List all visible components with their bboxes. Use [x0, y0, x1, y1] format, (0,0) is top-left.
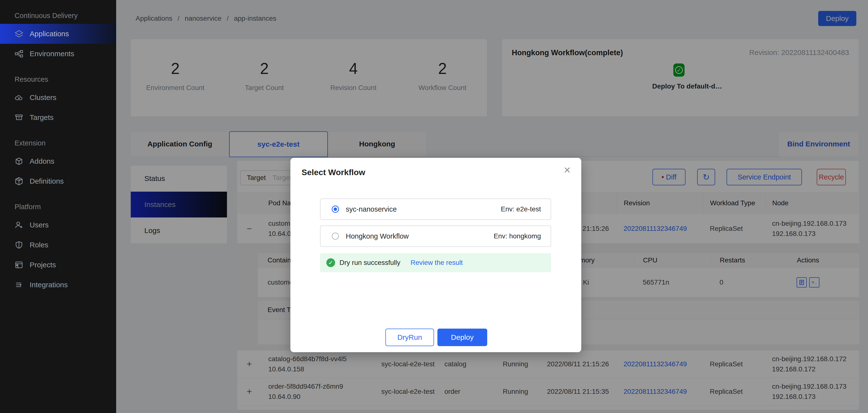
dryrun-success-banner: ✓ Dry run successfully Review the result — [320, 253, 551, 272]
sidebar: Continuous Delivery Applications Environ… — [0, 0, 116, 413]
sidebar-item-roles[interactable]: Roles — [0, 235, 116, 255]
sidebar-item-integrations[interactable]: Integrations — [0, 275, 116, 295]
workflow-option-label: Hongkong Workflow — [346, 232, 409, 240]
check-circle-icon: ✓ — [327, 258, 335, 267]
radio-checked-icon[interactable] — [332, 206, 339, 213]
sidebar-item-applications[interactable]: Applications — [0, 24, 116, 44]
window-icon — [14, 261, 23, 269]
sidebar-item-label: Environments — [30, 50, 74, 58]
modal-deploy-button[interactable]: Deploy — [437, 329, 487, 346]
sidebar-item-label: Applications — [30, 30, 69, 38]
sidebar-section-extension: Extension — [0, 139, 116, 147]
user-icon — [14, 220, 23, 229]
sidebar-item-label: Projects — [30, 261, 56, 269]
sidebar-item-label: Integrations — [30, 281, 68, 289]
sidebar-item-users[interactable]: Users — [0, 215, 116, 235]
shield-icon — [14, 241, 23, 249]
workflow-option-env: Env: e2e-test — [501, 205, 541, 213]
review-result-link[interactable]: Review the result — [411, 259, 463, 267]
archive-icon — [14, 113, 23, 122]
sidebar-item-targets[interactable]: Targets — [0, 108, 116, 127]
sidebar-item-addons[interactable]: Addons — [0, 151, 116, 171]
dryrun-button[interactable]: DryRun — [385, 329, 434, 346]
workflow-option-syc-nanoservice[interactable]: syc-nanoservice Env: e2e-test — [320, 199, 551, 220]
sidebar-item-label: Users — [30, 221, 49, 229]
layers-icon — [14, 29, 23, 38]
sidebar-item-projects[interactable]: Projects — [0, 255, 116, 275]
sidebar-item-label: Roles — [30, 241, 49, 249]
workflow-option-env: Env: hongkomg — [494, 232, 541, 240]
sidebar-section-resources: Resources — [0, 75, 116, 84]
sidebar-item-environments[interactable]: Environments — [0, 44, 116, 64]
sidebar-section-platform: Platform — [0, 202, 116, 211]
workflow-option-hongkong-workflow[interactable]: Hongkong Workflow Env: hongkomg — [320, 226, 551, 247]
sidebar-item-definitions[interactable]: Definitions — [0, 171, 116, 191]
close-icon[interactable]: × — [564, 163, 570, 177]
radio-unchecked-icon[interactable] — [332, 233, 339, 240]
sidebar-item-label: Clusters — [30, 93, 56, 102]
modal-title: Select Workflow — [302, 168, 365, 177]
sidebar-item-label: Definitions — [30, 177, 64, 185]
sidebar-item-label: Targets — [30, 113, 54, 122]
cloud-icon — [14, 93, 23, 102]
workflow-option-label: syc-nanoservice — [346, 205, 397, 213]
sidebar-item-label: Addons — [30, 157, 55, 166]
package-icon — [14, 157, 23, 166]
select-workflow-modal: Select Workflow × syc-nanoservice Env: e… — [290, 158, 581, 352]
dryrun-success-text: Dry run successfully — [339, 259, 400, 267]
cube-icon — [14, 177, 23, 185]
sidebar-section-continuous-delivery: Continuous Delivery — [0, 11, 116, 20]
flow-icon — [14, 49, 23, 58]
list-arrow-icon — [14, 281, 23, 289]
sidebar-item-clusters[interactable]: Clusters — [0, 88, 116, 108]
